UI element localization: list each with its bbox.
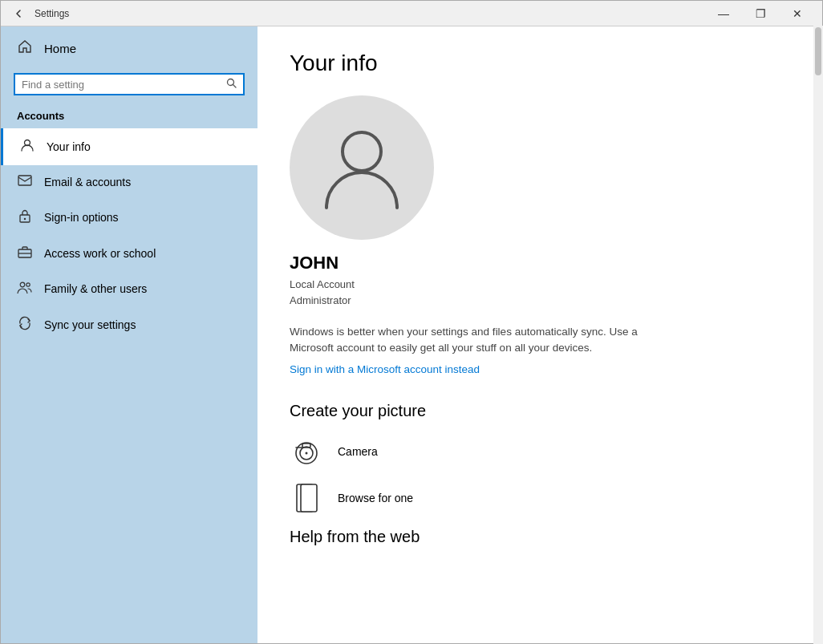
lock-icon bbox=[17, 209, 33, 226]
svg-point-9 bbox=[26, 283, 30, 286]
briefcase-icon bbox=[17, 245, 33, 261]
user-name: JOHN bbox=[290, 253, 339, 273]
sidebar-item-sync-settings[interactable]: Sync your settings bbox=[1, 306, 257, 343]
browse-label: Browse for one bbox=[338, 492, 413, 504]
svg-point-8 bbox=[20, 282, 25, 287]
sidebar-item-label-sync: Sync your settings bbox=[44, 318, 136, 331]
sidebar: Home Accounts bbox=[1, 26, 257, 643]
sidebar-item-label-signin: Sign-in options bbox=[44, 211, 119, 224]
email-icon bbox=[17, 175, 33, 189]
settings-window: Settings — ❐ ✕ Home bbox=[0, 0, 823, 644]
close-button[interactable]: ✕ bbox=[779, 1, 816, 26]
sidebar-item-email-accounts[interactable]: Email & accounts bbox=[1, 165, 257, 199]
avatar-person-svg bbox=[322, 124, 402, 212]
person-icon bbox=[19, 138, 35, 156]
sidebar-item-sign-in-options[interactable]: Sign-in options bbox=[1, 199, 257, 236]
scrollbar-track[interactable] bbox=[813, 26, 822, 643]
user-avatar-section: JOHN Local Account Administrator bbox=[290, 95, 790, 308]
family-icon bbox=[17, 281, 33, 297]
page-title: Your info bbox=[290, 51, 790, 76]
camera-label: Camera bbox=[338, 445, 378, 458]
create-picture-title: Create your picture bbox=[290, 402, 790, 420]
titlebar: Settings — ❐ ✕ bbox=[1, 1, 822, 26]
svg-rect-3 bbox=[18, 176, 31, 185]
sync-icon bbox=[17, 316, 33, 334]
back-button[interactable] bbox=[7, 2, 30, 25]
user-role: Local Account Administrator bbox=[290, 277, 355, 308]
sidebar-item-label-work-school: Access work or school bbox=[44, 247, 156, 260]
svg-rect-17 bbox=[301, 484, 317, 512]
home-label: Home bbox=[44, 42, 76, 55]
camera-icon bbox=[290, 435, 323, 468]
info-text: Windows is better when your settings and… bbox=[290, 324, 675, 357]
sidebar-item-label-email: Email & accounts bbox=[44, 176, 131, 188]
main-area: Home Accounts bbox=[1, 26, 822, 643]
sidebar-section-accounts: Accounts bbox=[1, 105, 257, 128]
scrollbar-thumb[interactable] bbox=[815, 27, 821, 75]
avatar bbox=[290, 95, 434, 240]
sidebar-item-your-info[interactable]: Your info bbox=[1, 128, 257, 165]
help-title: Help from the web bbox=[290, 528, 790, 546]
sidebar-item-label-your-info: Your info bbox=[47, 140, 91, 153]
home-icon bbox=[17, 39, 33, 57]
maximize-button[interactable]: ❐ bbox=[742, 1, 779, 26]
sidebar-item-access-work-school[interactable]: Access work or school bbox=[1, 236, 257, 271]
svg-point-10 bbox=[343, 132, 381, 171]
sidebar-home[interactable]: Home bbox=[1, 26, 257, 70]
window-title: Settings bbox=[34, 8, 705, 19]
browse-icon bbox=[290, 481, 323, 515]
content-area: Your info JOHN Local Account Administrat… bbox=[257, 26, 822, 643]
camera-option[interactable]: Camera bbox=[290, 435, 790, 468]
minimize-button[interactable]: — bbox=[705, 1, 742, 26]
search-box[interactable] bbox=[14, 73, 245, 95]
svg-rect-14 bbox=[302, 444, 310, 448]
svg-line-1 bbox=[233, 85, 237, 88]
svg-point-13 bbox=[306, 452, 308, 454]
search-icon bbox=[226, 78, 237, 91]
browse-option[interactable]: Browse for one bbox=[290, 481, 790, 515]
sidebar-item-family-other-users[interactable]: Family & other users bbox=[1, 271, 257, 306]
window-controls: — ❐ ✕ bbox=[705, 1, 816, 26]
search-input[interactable] bbox=[22, 79, 226, 91]
ms-account-link[interactable]: Sign in with a Microsoft account instead bbox=[290, 363, 480, 375]
svg-point-5 bbox=[24, 218, 26, 220]
sidebar-item-label-family: Family & other users bbox=[44, 282, 147, 295]
